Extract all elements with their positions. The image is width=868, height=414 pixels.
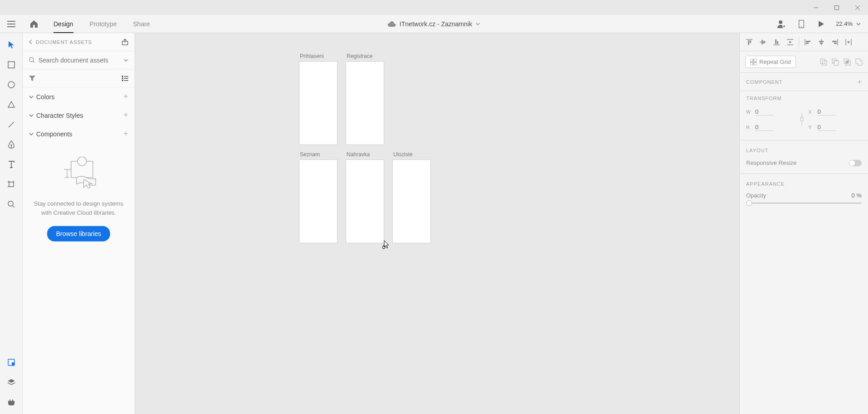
plugins-toggle[interactable] bbox=[6, 397, 17, 408]
tab-design[interactable]: Design bbox=[45, 15, 82, 33]
repeat-grid-button[interactable]: Repeat Grid bbox=[745, 56, 796, 68]
artboard-seznam[interactable]: Seznam bbox=[299, 151, 338, 243]
artboard-label[interactable]: Registrace bbox=[346, 53, 384, 59]
svg-rect-60 bbox=[834, 43, 837, 44]
opacity-value[interactable]: 0 % bbox=[852, 192, 862, 199]
colors-section[interactable]: Colors + bbox=[23, 87, 135, 106]
align-right-button[interactable] bbox=[831, 38, 839, 46]
list-view-icon[interactable] bbox=[122, 76, 128, 81]
artboard-surface[interactable] bbox=[346, 61, 384, 145]
artboard-label[interactable]: Nahravka bbox=[346, 151, 384, 158]
artboard-surface[interactable] bbox=[299, 159, 338, 243]
pen-tool[interactable] bbox=[6, 139, 17, 150]
assets-panel-title: DOCUMENT ASSETS bbox=[36, 39, 118, 45]
svg-rect-56 bbox=[819, 41, 824, 42]
artboard-surface[interactable] bbox=[392, 159, 431, 243]
distribute-horizontal-button[interactable] bbox=[844, 38, 853, 46]
character-styles-label: Character Styles bbox=[36, 112, 83, 119]
align-center-button[interactable] bbox=[817, 38, 825, 46]
rectangle-tool[interactable] bbox=[6, 59, 17, 70]
back-chevron-icon[interactable] bbox=[29, 39, 32, 44]
width-input[interactable]: 0 bbox=[755, 108, 773, 116]
artboard-prihlaseni[interactable]: Prihlaseni bbox=[299, 53, 338, 145]
maximize-button[interactable] bbox=[826, 0, 847, 15]
search-chevron-icon[interactable] bbox=[124, 59, 128, 62]
opacity-label: Opacity bbox=[746, 192, 766, 199]
device-preview-button[interactable] bbox=[796, 19, 807, 29]
canvas[interactable]: Prihlaseni Registrace Seznam Nahravka bbox=[135, 33, 739, 414]
zoom-control[interactable]: 22.4% bbox=[836, 20, 861, 27]
bool-add-button[interactable] bbox=[820, 58, 827, 66]
transform-label: TRANSFORM bbox=[746, 96, 862, 101]
artboard-label[interactable]: Prihlaseni bbox=[299, 53, 338, 59]
artboard-uloziste[interactable]: Uloziste bbox=[392, 151, 431, 243]
invite-button[interactable] bbox=[776, 19, 787, 29]
align-top-button[interactable] bbox=[745, 38, 753, 46]
filter-icon[interactable] bbox=[29, 76, 35, 81]
artboard-nahravka[interactable]: Nahravka bbox=[346, 151, 384, 243]
appearance-section: APPEARANCE Opacity 0 % bbox=[740, 174, 868, 211]
responsive-resize-toggle[interactable] bbox=[849, 160, 862, 166]
ellipse-tool[interactable] bbox=[6, 79, 17, 90]
add-character-style-button[interactable]: + bbox=[123, 111, 128, 120]
svg-point-37 bbox=[382, 246, 385, 249]
svg-rect-48 bbox=[777, 41, 778, 44]
tab-share[interactable]: Share bbox=[125, 15, 158, 33]
artboard-label[interactable]: Seznam bbox=[299, 151, 338, 158]
select-tool[interactable] bbox=[6, 39, 17, 50]
bool-subtract-button[interactable] bbox=[832, 58, 839, 66]
opacity-slider-thumb[interactable] bbox=[746, 200, 752, 206]
lock-aspect-icon[interactable] bbox=[800, 113, 809, 126]
height-input[interactable]: 0 bbox=[755, 124, 773, 131]
hamburger-menu[interactable] bbox=[0, 15, 23, 33]
minimize-button[interactable] bbox=[805, 0, 826, 15]
polygon-tool[interactable] bbox=[6, 99, 17, 110]
svg-rect-51 bbox=[789, 41, 791, 43]
bool-intersect-button[interactable] bbox=[844, 58, 851, 66]
svg-line-28 bbox=[33, 61, 34, 63]
svg-rect-44 bbox=[762, 40, 763, 44]
line-tool[interactable] bbox=[6, 119, 17, 130]
opacity-slider[interactable] bbox=[746, 202, 862, 204]
svg-rect-1 bbox=[835, 5, 839, 10]
y-input[interactable]: 0 bbox=[818, 124, 836, 131]
empty-state-text: Stay connected to design systems with Cr… bbox=[32, 199, 125, 217]
x-input[interactable]: 0 bbox=[818, 108, 836, 116]
responsive-resize-label: Responsive Resize bbox=[746, 159, 796, 166]
character-styles-section[interactable]: Character Styles + bbox=[23, 106, 135, 125]
artboard-surface[interactable] bbox=[346, 159, 384, 243]
components-section[interactable]: Components + bbox=[23, 125, 135, 143]
artboard-tool[interactable] bbox=[6, 179, 17, 190]
play-button[interactable] bbox=[816, 19, 827, 29]
layers-toggle[interactable] bbox=[6, 377, 17, 388]
artboard-surface[interactable] bbox=[299, 61, 338, 145]
assets-search-input[interactable] bbox=[39, 57, 120, 64]
svg-rect-66 bbox=[750, 63, 753, 65]
svg-rect-31 bbox=[122, 77, 123, 79]
svg-rect-33 bbox=[122, 80, 123, 81]
cloud-icon bbox=[388, 21, 396, 27]
text-tool[interactable] bbox=[6, 159, 17, 170]
bool-exclude-button[interactable] bbox=[855, 58, 863, 66]
close-button[interactable] bbox=[847, 0, 868, 15]
align-bottom-button[interactable] bbox=[772, 38, 781, 46]
add-component-instance-button[interactable]: + bbox=[858, 78, 862, 86]
add-color-button[interactable]: + bbox=[123, 92, 128, 101]
document-title-dropdown[interactable]: ITnetwork.cz - Zaznamnik bbox=[388, 20, 480, 28]
libraries-toggle[interactable] bbox=[6, 357, 17, 368]
align-middle-button[interactable] bbox=[759, 38, 767, 46]
svg-point-7 bbox=[779, 20, 782, 24]
svg-rect-63 bbox=[848, 41, 849, 43]
artboard-label[interactable]: Uloziste bbox=[392, 151, 431, 158]
align-left-button[interactable] bbox=[804, 38, 812, 46]
svg-rect-25 bbox=[12, 362, 14, 365]
browse-libraries-button[interactable]: Browse libraries bbox=[47, 226, 111, 241]
components-label: Components bbox=[36, 130, 72, 138]
artboard-registrace[interactable]: Registrace bbox=[346, 53, 384, 145]
home-button[interactable] bbox=[23, 15, 45, 33]
distribute-vertical-button[interactable] bbox=[786, 38, 794, 46]
add-component-button[interactable]: + bbox=[123, 129, 128, 139]
tab-prototype[interactable]: Prototype bbox=[82, 15, 125, 33]
zoom-tool[interactable] bbox=[6, 199, 17, 210]
export-icon[interactable] bbox=[122, 39, 128, 45]
